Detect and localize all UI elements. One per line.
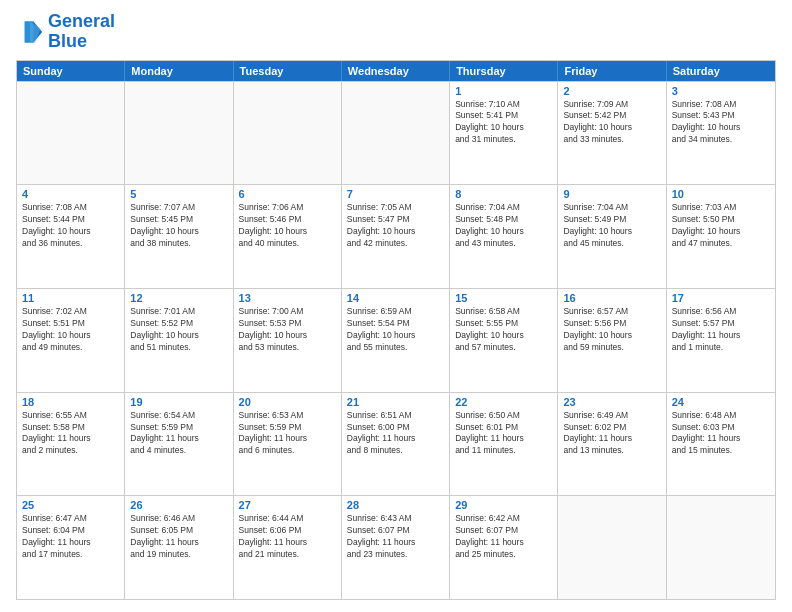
calendar-cell-empty: [17, 82, 125, 185]
page: General Blue SundayMondayTuesdayWednesda…: [0, 0, 792, 612]
day-number: 25: [22, 499, 119, 511]
cell-info: Sunrise: 6:44 AMSunset: 6:06 PMDaylight:…: [239, 513, 336, 561]
cell-info: Sunrise: 7:10 AMSunset: 5:41 PMDaylight:…: [455, 99, 552, 147]
cell-info: Sunrise: 7:04 AMSunset: 5:48 PMDaylight:…: [455, 202, 552, 250]
calendar-cell-1: 1Sunrise: 7:10 AMSunset: 5:41 PMDaylight…: [450, 82, 558, 185]
calendar-cell-10: 10Sunrise: 7:03 AMSunset: 5:50 PMDayligh…: [667, 185, 775, 288]
calendar-cell-12: 12Sunrise: 7:01 AMSunset: 5:52 PMDayligh…: [125, 289, 233, 392]
day-number: 26: [130, 499, 227, 511]
calendar-cell-19: 19Sunrise: 6:54 AMSunset: 5:59 PMDayligh…: [125, 393, 233, 496]
calendar-cell-2: 2Sunrise: 7:09 AMSunset: 5:42 PMDaylight…: [558, 82, 666, 185]
day-number: 10: [672, 188, 770, 200]
calendar-cell-21: 21Sunrise: 6:51 AMSunset: 6:00 PMDayligh…: [342, 393, 450, 496]
day-number: 13: [239, 292, 336, 304]
cell-info: Sunrise: 6:55 AMSunset: 5:58 PMDaylight:…: [22, 410, 119, 458]
day-number: 14: [347, 292, 444, 304]
day-number: 21: [347, 396, 444, 408]
day-number: 24: [672, 396, 770, 408]
header: General Blue: [16, 12, 776, 52]
cell-info: Sunrise: 6:43 AMSunset: 6:07 PMDaylight:…: [347, 513, 444, 561]
weekday-header-saturday: Saturday: [667, 61, 775, 81]
calendar-cell-empty: [234, 82, 342, 185]
calendar-row-5: 25Sunrise: 6:47 AMSunset: 6:04 PMDayligh…: [17, 495, 775, 599]
cell-info: Sunrise: 7:03 AMSunset: 5:50 PMDaylight:…: [672, 202, 770, 250]
calendar-row-4: 18Sunrise: 6:55 AMSunset: 5:58 PMDayligh…: [17, 392, 775, 496]
calendar-cell-25: 25Sunrise: 6:47 AMSunset: 6:04 PMDayligh…: [17, 496, 125, 599]
cell-info: Sunrise: 6:50 AMSunset: 6:01 PMDaylight:…: [455, 410, 552, 458]
logo-text: General Blue: [48, 12, 115, 52]
calendar-cell-13: 13Sunrise: 7:00 AMSunset: 5:53 PMDayligh…: [234, 289, 342, 392]
calendar-body: 1Sunrise: 7:10 AMSunset: 5:41 PMDaylight…: [17, 81, 775, 599]
day-number: 16: [563, 292, 660, 304]
cell-info: Sunrise: 7:00 AMSunset: 5:53 PMDaylight:…: [239, 306, 336, 354]
day-number: 22: [455, 396, 552, 408]
cell-info: Sunrise: 7:09 AMSunset: 5:42 PMDaylight:…: [563, 99, 660, 147]
calendar-cell-15: 15Sunrise: 6:58 AMSunset: 5:55 PMDayligh…: [450, 289, 558, 392]
calendar-header: SundayMondayTuesdayWednesdayThursdayFrid…: [17, 61, 775, 81]
calendar-cell-28: 28Sunrise: 6:43 AMSunset: 6:07 PMDayligh…: [342, 496, 450, 599]
weekday-header-monday: Monday: [125, 61, 233, 81]
cell-info: Sunrise: 6:54 AMSunset: 5:59 PMDaylight:…: [130, 410, 227, 458]
day-number: 18: [22, 396, 119, 408]
day-number: 15: [455, 292, 552, 304]
calendar-cell-20: 20Sunrise: 6:53 AMSunset: 5:59 PMDayligh…: [234, 393, 342, 496]
weekday-header-thursday: Thursday: [450, 61, 558, 81]
day-number: 8: [455, 188, 552, 200]
calendar-row-3: 11Sunrise: 7:02 AMSunset: 5:51 PMDayligh…: [17, 288, 775, 392]
calendar-cell-29: 29Sunrise: 6:42 AMSunset: 6:07 PMDayligh…: [450, 496, 558, 599]
calendar-cell-3: 3Sunrise: 7:08 AMSunset: 5:43 PMDaylight…: [667, 82, 775, 185]
calendar: SundayMondayTuesdayWednesdayThursdayFrid…: [16, 60, 776, 600]
cell-info: Sunrise: 7:02 AMSunset: 5:51 PMDaylight:…: [22, 306, 119, 354]
weekday-header-friday: Friday: [558, 61, 666, 81]
day-number: 20: [239, 396, 336, 408]
cell-info: Sunrise: 6:56 AMSunset: 5:57 PMDaylight:…: [672, 306, 770, 354]
weekday-header-tuesday: Tuesday: [234, 61, 342, 81]
cell-info: Sunrise: 6:49 AMSunset: 6:02 PMDaylight:…: [563, 410, 660, 458]
logo: General Blue: [16, 12, 115, 52]
day-number: 7: [347, 188, 444, 200]
calendar-cell-16: 16Sunrise: 6:57 AMSunset: 5:56 PMDayligh…: [558, 289, 666, 392]
cell-info: Sunrise: 7:04 AMSunset: 5:49 PMDaylight:…: [563, 202, 660, 250]
calendar-cell-23: 23Sunrise: 6:49 AMSunset: 6:02 PMDayligh…: [558, 393, 666, 496]
calendar-cell-27: 27Sunrise: 6:44 AMSunset: 6:06 PMDayligh…: [234, 496, 342, 599]
day-number: 1: [455, 85, 552, 97]
calendar-cell-8: 8Sunrise: 7:04 AMSunset: 5:48 PMDaylight…: [450, 185, 558, 288]
day-number: 12: [130, 292, 227, 304]
cell-info: Sunrise: 6:59 AMSunset: 5:54 PMDaylight:…: [347, 306, 444, 354]
day-number: 3: [672, 85, 770, 97]
weekday-header-wednesday: Wednesday: [342, 61, 450, 81]
cell-info: Sunrise: 6:51 AMSunset: 6:00 PMDaylight:…: [347, 410, 444, 458]
cell-info: Sunrise: 7:08 AMSunset: 5:44 PMDaylight:…: [22, 202, 119, 250]
cell-info: Sunrise: 6:46 AMSunset: 6:05 PMDaylight:…: [130, 513, 227, 561]
calendar-cell-24: 24Sunrise: 6:48 AMSunset: 6:03 PMDayligh…: [667, 393, 775, 496]
cell-info: Sunrise: 6:53 AMSunset: 5:59 PMDaylight:…: [239, 410, 336, 458]
cell-info: Sunrise: 6:58 AMSunset: 5:55 PMDaylight:…: [455, 306, 552, 354]
logo-icon: [16, 18, 44, 46]
calendar-cell-9: 9Sunrise: 7:04 AMSunset: 5:49 PMDaylight…: [558, 185, 666, 288]
cell-info: Sunrise: 6:57 AMSunset: 5:56 PMDaylight:…: [563, 306, 660, 354]
weekday-header-sunday: Sunday: [17, 61, 125, 81]
calendar-cell-7: 7Sunrise: 7:05 AMSunset: 5:47 PMDaylight…: [342, 185, 450, 288]
day-number: 17: [672, 292, 770, 304]
calendar-cell-14: 14Sunrise: 6:59 AMSunset: 5:54 PMDayligh…: [342, 289, 450, 392]
day-number: 4: [22, 188, 119, 200]
cell-info: Sunrise: 6:47 AMSunset: 6:04 PMDaylight:…: [22, 513, 119, 561]
cell-info: Sunrise: 7:01 AMSunset: 5:52 PMDaylight:…: [130, 306, 227, 354]
day-number: 9: [563, 188, 660, 200]
cell-info: Sunrise: 6:42 AMSunset: 6:07 PMDaylight:…: [455, 513, 552, 561]
day-number: 29: [455, 499, 552, 511]
calendar-cell-empty: [558, 496, 666, 599]
calendar-cell-empty: [342, 82, 450, 185]
calendar-cell-6: 6Sunrise: 7:06 AMSunset: 5:46 PMDaylight…: [234, 185, 342, 288]
calendar-cell-empty: [667, 496, 775, 599]
calendar-row-2: 4Sunrise: 7:08 AMSunset: 5:44 PMDaylight…: [17, 184, 775, 288]
day-number: 6: [239, 188, 336, 200]
cell-info: Sunrise: 6:48 AMSunset: 6:03 PMDaylight:…: [672, 410, 770, 458]
calendar-cell-17: 17Sunrise: 6:56 AMSunset: 5:57 PMDayligh…: [667, 289, 775, 392]
calendar-cell-5: 5Sunrise: 7:07 AMSunset: 5:45 PMDaylight…: [125, 185, 233, 288]
day-number: 27: [239, 499, 336, 511]
cell-info: Sunrise: 7:05 AMSunset: 5:47 PMDaylight:…: [347, 202, 444, 250]
day-number: 23: [563, 396, 660, 408]
calendar-cell-22: 22Sunrise: 6:50 AMSunset: 6:01 PMDayligh…: [450, 393, 558, 496]
day-number: 2: [563, 85, 660, 97]
